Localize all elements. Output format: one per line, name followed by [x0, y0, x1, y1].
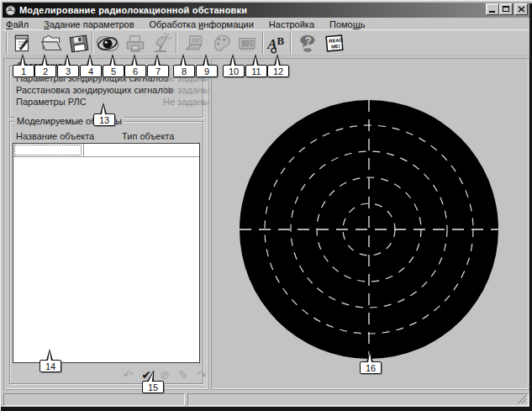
maximize-button[interactable] — [499, 3, 513, 15]
callout-11: 11 — [245, 54, 267, 77]
callout-pointer — [131, 54, 138, 66]
computer-button[interactable] — [183, 32, 207, 55]
memory-card-icon — [235, 32, 259, 55]
memory-card-button[interactable] — [235, 32, 259, 55]
toolbar-separator — [176, 33, 177, 54]
palette-button[interactable] — [210, 32, 234, 55]
toolbar-separator — [6, 33, 8, 54]
prev-record-button[interactable]: ↶ — [119, 368, 136, 382]
callout-4: 4 — [80, 54, 102, 77]
window-title: Моделирование радиолокационной обстановк… — [19, 5, 247, 15]
callout-2: 2 — [34, 54, 56, 77]
callout-10: 10 — [223, 54, 245, 77]
toolbar: A B ? READ ME! — [3, 29, 531, 56]
callout-pointer — [87, 54, 93, 66]
radar-panel — [211, 58, 529, 390]
param-value: Не заданы — [163, 85, 209, 95]
next-record-button[interactable]: ↷ — [193, 368, 210, 382]
column-header-type: Тип объекта — [122, 131, 174, 141]
callout-pointer — [41, 54, 48, 66]
radar-antenna-button[interactable] — [150, 32, 174, 55]
callout-pointer — [274, 54, 281, 66]
callout-pointer — [46, 349, 53, 361]
app-icon — [5, 5, 16, 16]
objects-table[interactable] — [13, 143, 200, 363]
callout-12: 12 — [267, 54, 289, 77]
help-question-button[interactable]: ? — [297, 32, 320, 55]
callout-1: 1 — [13, 54, 34, 77]
callout-pointer — [203, 54, 209, 66]
menu-settings[interactable]: Настройка — [267, 19, 316, 29]
focused-cell[interactable] — [14, 145, 82, 155]
svg-text:?: ? — [305, 34, 312, 47]
callout-pointer — [180, 54, 187, 66]
column-header-name: Название объекта — [16, 131, 94, 141]
app-window: Моделирование радиолокационной обстановк… — [0, 0, 532, 411]
callout-pointer — [154, 54, 161, 66]
callout-5: 5 — [103, 54, 124, 77]
maximize-icon — [503, 6, 509, 12]
print-button[interactable] — [124, 32, 147, 55]
help-question-icon: ? — [297, 32, 320, 55]
callout-pointer — [366, 350, 373, 362]
print-icon — [124, 32, 147, 55]
callout-9: 9 — [196, 54, 218, 77]
callout-pointer — [19, 54, 26, 66]
status-bar — [3, 393, 530, 408]
callout-pointer — [147, 370, 158, 382]
save-file-icon — [67, 32, 91, 55]
callout-16: 16 — [360, 350, 382, 374]
toolbar-separator — [290, 33, 292, 54]
menu-set-parameters[interactable]: Задание параметров — [42, 19, 135, 29]
view-scene-button[interactable] — [96, 32, 119, 55]
callout-15: 15 — [142, 370, 164, 393]
new-document-button[interactable] — [11, 32, 34, 55]
menu-bar: Файл Задание параметров Обработка информ… — [4, 18, 367, 30]
svg-text:B: B — [277, 34, 284, 47]
menu-information-processing[interactable]: Обработка информации — [148, 19, 255, 29]
palette-icon — [210, 32, 234, 55]
param-value: Не заданы — [163, 97, 209, 107]
callout-pointer — [109, 54, 116, 66]
next-arrow-icon: ↷ — [197, 368, 207, 382]
callout-pointer — [252, 54, 259, 66]
computer-icon — [183, 32, 207, 55]
param-row-placement: Расстановка зондирующих сигналов Не зада… — [16, 85, 197, 96]
readme-note-icon: READ ME! — [323, 32, 346, 55]
objects-groupbox: Моделируемые объекты Название объекта Ти… — [9, 121, 203, 384]
callout-3: 3 — [57, 54, 79, 77]
callout-8: 8 — [173, 54, 195, 77]
readme-note-button[interactable]: READ ME! — [323, 32, 346, 55]
toolbar-separator — [262, 33, 264, 54]
callout-14: 14 — [40, 349, 61, 372]
callout-pointer — [64, 54, 71, 66]
view-scene-icon — [96, 32, 119, 55]
radar-antenna-icon — [150, 32, 174, 55]
close-button[interactable] — [514, 3, 528, 15]
table-row[interactable] — [13, 144, 199, 157]
menu-help[interactable]: Помощь — [328, 19, 367, 29]
open-folder-icon — [40, 32, 63, 55]
new-document-icon — [11, 32, 34, 55]
font-style-button[interactable]: A B — [266, 32, 289, 55]
open-folder-button[interactable] — [40, 32, 63, 55]
radar-display[interactable] — [239, 99, 499, 360]
minimize-button[interactable] — [486, 3, 499, 15]
edit-record-button[interactable]: ✎ — [175, 368, 192, 382]
callout-13: 13 — [93, 103, 115, 126]
scan-shadow-bottom — [1, 407, 532, 411]
status-bar-cell-right — [187, 393, 529, 406]
toolbar-separator — [92, 33, 93, 54]
svg-text:ME!: ME! — [331, 44, 340, 50]
close-icon — [518, 6, 525, 13]
menu-file[interactable]: Файл — [4, 19, 30, 29]
minimize-icon — [489, 11, 495, 13]
resize-grip-icon[interactable] — [517, 394, 527, 404]
callout-pointer — [229, 54, 236, 66]
title-bar: Моделирование радиолокационной обстановк… — [3, 3, 530, 18]
edit-pencil-icon: ✎ — [178, 368, 188, 382]
prev-arrow-icon: ↶ — [123, 368, 133, 382]
save-file-button[interactable] — [67, 32, 91, 55]
font-style-icon: A B — [266, 32, 289, 55]
callout-pointer — [100, 103, 107, 114]
